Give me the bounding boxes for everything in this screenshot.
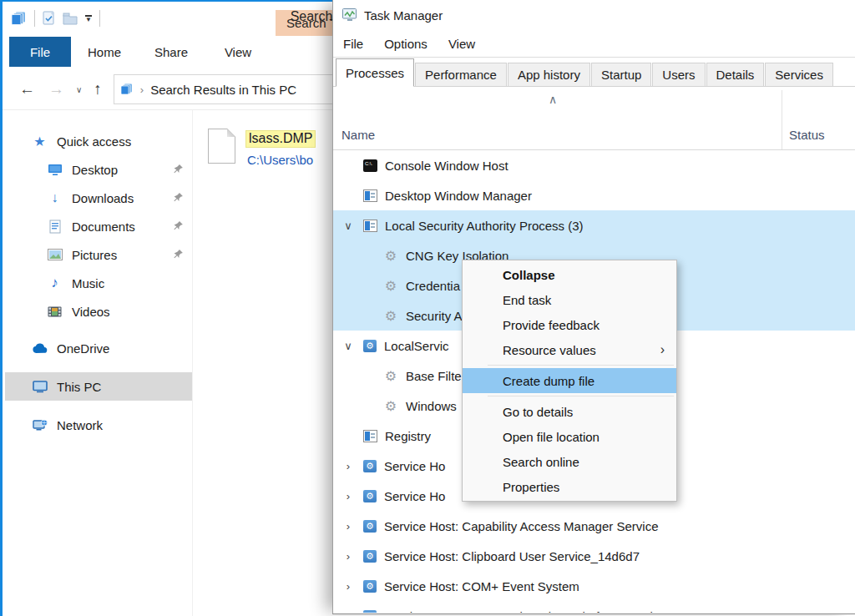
context-menu-item-end-task[interactable]: End task [463, 287, 676, 312]
menu-view[interactable]: View [448, 37, 475, 51]
context-menu-item-properties[interactable]: Properties [463, 474, 676, 499]
process-name: Base Filte [406, 369, 462, 383]
sidebar-item-label: Pictures [72, 248, 117, 262]
gear-icon: ⚙ [383, 279, 398, 292]
menu-file[interactable]: File [343, 37, 363, 51]
sidebar-item-this-pc[interactable]: This PC [5, 372, 192, 401]
customize-toolbar-dropdown-icon[interactable]: ▼ [85, 15, 92, 23]
new-folder-icon[interactable] [63, 13, 78, 25]
screenshot-root: { "colors": { "accent_border": "#1588df"… [0, 0, 855, 616]
process-name: Service Ho [384, 459, 445, 473]
recent-locations-icon[interactable]: ∨ [76, 85, 82, 94]
chevron-collapsed-icon[interactable]: › [341, 490, 355, 502]
column-divider[interactable] [782, 90, 782, 149]
column-header-row: ∧ Name Status [333, 87, 855, 150]
process-row-service-host-capability-access-manager-service[interactable]: ›⚙Service Host: Capability Access Manage… [333, 511, 855, 541]
chevron-collapsed-icon[interactable]: › [341, 460, 355, 472]
search-result-file[interactable]: lsass.DMP [245, 130, 316, 148]
properties-icon[interactable] [43, 11, 55, 26]
context-menu-item-resource-values[interactable]: Resource values› [463, 337, 676, 362]
forward-icon[interactable]: → [48, 80, 64, 98]
process-row-service-host-connected-devices-platform-service[interactable]: ›⚙Service Host: Connected Devices Platfo… [333, 601, 855, 613]
sidebar-item-music[interactable]: ♪Music [5, 269, 192, 297]
breadcrumb-chevron-icon: › [140, 83, 144, 96]
process-row-service-host-clipboard-user-service-14d6d7[interactable]: ›⚙Service Host: Clipboard User Service_1… [333, 541, 855, 571]
tab-processes[interactable]: Processes [336, 58, 414, 87]
toolbar-separator [99, 10, 100, 27]
process-row-desktop-window-manager[interactable]: Desktop Window Manager [333, 180, 855, 210]
sidebar-item-downloads[interactable]: ↓Downloads [5, 184, 192, 212]
sidebar-item-label: Documents [72, 220, 135, 234]
context-menu-item-collapse[interactable]: Collapse [463, 262, 676, 287]
music-icon: ♪ [46, 275, 63, 290]
ribbon-tab-file[interactable]: File [9, 37, 71, 67]
tab-app-history[interactable]: App history [508, 63, 590, 86]
tab-performance[interactable]: Performance [415, 63, 507, 86]
folder-location-icon [120, 83, 134, 95]
sidebar-item-documents[interactable]: Documents [5, 212, 192, 240]
toolbar-separator [34, 10, 35, 27]
window-icon [363, 430, 377, 442]
tab-users[interactable]: Users [652, 63, 705, 86]
network-icon [31, 417, 48, 432]
window-icon [363, 189, 377, 202]
video-icon [46, 304, 63, 319]
sidebar-item-quick-access[interactable]: ★Quick access [5, 127, 192, 155]
chevron-expanded-icon[interactable]: ∨ [341, 340, 355, 352]
context-menu-item-create-dump-file[interactable]: Create dump file [463, 368, 676, 393]
sidebar-item-label: Desktop [72, 163, 118, 177]
process-name: Desktop Window Manager [385, 189, 532, 203]
up-icon[interactable]: ↑ [94, 80, 102, 98]
back-icon[interactable]: ← [19, 80, 35, 98]
service-icon: ⚙ [363, 580, 377, 593]
context-menu-item-go-to-details[interactable]: Go to details [463, 399, 676, 424]
desktop-icon [46, 162, 63, 177]
process-name: Console Window Host [385, 159, 508, 173]
tab-startup[interactable]: Startup [591, 63, 651, 86]
sidebar-item-pictures[interactable]: Pictures [5, 240, 192, 269]
task-manager-titlebar[interactable]: Task Manager [333, 0, 855, 30]
column-header-name[interactable]: Name [341, 128, 375, 142]
process-row-service-host-com-event-system[interactable]: ›⚙Service Host: COM+ Event System [333, 571, 855, 601]
menu-options[interactable]: Options [384, 37, 428, 51]
picture-icon [46, 247, 63, 262]
sidebar-item-label: Network [57, 418, 103, 432]
tab-details[interactable]: Details [706, 63, 765, 86]
sidebar-item-network[interactable]: Network [5, 411, 192, 439]
ribbon-tab-share[interactable]: Share [138, 37, 205, 67]
ribbon-tab-view[interactable]: View [205, 37, 271, 67]
sidebar-item-label: Music [72, 276, 104, 290]
breadcrumb[interactable]: Search Results in This PC [150, 83, 296, 97]
process-name: Service Host: Connected Devices Platform… [384, 609, 666, 613]
sidebar-item-videos[interactable]: Videos [5, 297, 192, 326]
sort-ascending-icon[interactable]: ∧ [549, 93, 557, 106]
tab-services[interactable]: Services [765, 63, 833, 86]
process-name: Service Host: Capability Access Manager … [384, 519, 658, 533]
computer-icon [31, 379, 48, 394]
process-row-local-security-authority-process-3[interactable]: ∨Local Security Authority Process (3) [333, 210, 855, 240]
chevron-collapsed-icon[interactable]: › [341, 520, 355, 533]
chevron-collapsed-icon[interactable]: › [341, 580, 355, 593]
menu-bar: FileOptionsView [333, 30, 855, 57]
window-icon [363, 220, 377, 232]
context-menu-item-search-online[interactable]: Search online [463, 449, 676, 474]
chevron-expanded-icon[interactable]: ∨ [341, 220, 355, 232]
ribbon-tab-bar: File HomeShareView [3, 37, 271, 67]
process-row-console-window-host[interactable]: C:\.Console Window Host [333, 150, 855, 180]
context-menu-item-provide-feedback[interactable]: Provide feedback [463, 312, 676, 337]
explorer-logo-icon [10, 12, 27, 25]
search-result-path: C:\Users\bo [247, 153, 313, 167]
chevron-collapsed-icon[interactable]: › [341, 610, 355, 613]
address-bar[interactable]: › Search Results in This PC [114, 74, 336, 104]
sidebar-item-onedrive[interactable]: OneDrive [5, 334, 192, 362]
menu-item-label: Properties [503, 480, 559, 494]
process-name: Service Ho [384, 489, 445, 503]
column-header-status[interactable]: Status [789, 128, 825, 142]
ribbon-tab-home[interactable]: Home [71, 37, 138, 67]
context-menu-item-open-file-location[interactable]: Open file location [463, 424, 676, 449]
sidebar-item-desktop[interactable]: Desktop [5, 155, 192, 184]
navigation-bar: ← → ∨ ↑ › Search Results in This PC [3, 70, 336, 109]
service-icon: ⚙ [363, 460, 377, 472]
chevron-collapsed-icon[interactable]: › [341, 550, 355, 563]
service-icon: ⚙ [363, 520, 377, 533]
